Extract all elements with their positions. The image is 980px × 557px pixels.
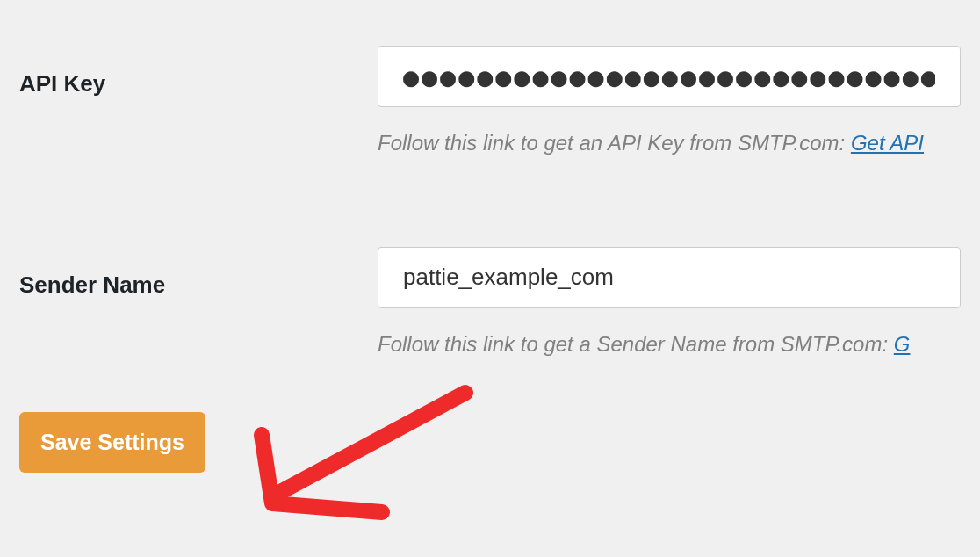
settings-form: API Key Follow this link to get an API K… <box>0 0 980 473</box>
api-key-input[interactable] <box>378 46 961 107</box>
api-key-help: Follow this link to get an API Key from … <box>378 128 961 158</box>
sender-name-row: Sender Name Follow this link to get a Se… <box>19 192 961 380</box>
sender-name-help-text: Follow this link to get a Sender Name fr… <box>378 332 894 356</box>
save-button[interactable]: Save Settings <box>19 412 205 473</box>
api-key-help-link[interactable]: Get API <box>851 131 924 155</box>
sender-name-input[interactable] <box>378 247 961 308</box>
api-key-row: API Key Follow this link to get an API K… <box>19 0 961 192</box>
sender-name-label: Sender Name <box>19 247 378 299</box>
sender-name-help: Follow this link to get a Sender Name fr… <box>378 329 961 359</box>
api-key-content: Follow this link to get an API Key from … <box>378 46 961 158</box>
divider-2 <box>19 380 961 380</box>
sender-name-content: Follow this link to get a Sender Name fr… <box>378 247 961 359</box>
api-key-label: API Key <box>19 46 378 98</box>
api-key-help-text: Follow this link to get an API Key from … <box>378 131 851 155</box>
sender-name-help-link[interactable]: G <box>894 332 911 356</box>
